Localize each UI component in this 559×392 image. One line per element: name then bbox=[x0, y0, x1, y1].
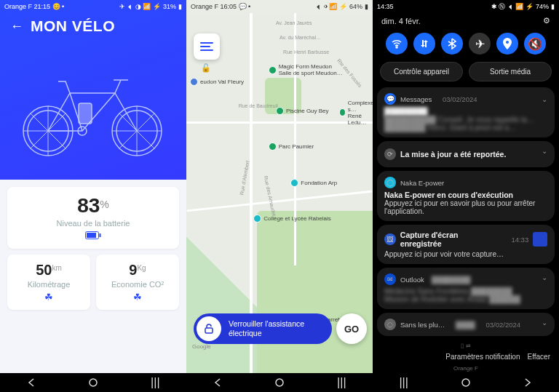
poi-magicform[interactable]: Magic Form Meudon Salle de sport Meudon… bbox=[269, 63, 343, 76]
battery-pct: 31% bbox=[163, 3, 176, 10]
nav-back[interactable] bbox=[210, 377, 225, 388]
data-toggle[interactable] bbox=[413, 33, 435, 55]
clear-button[interactable]: Effacer bbox=[528, 353, 551, 361]
leaf-icon: ☘ bbox=[103, 292, 172, 303]
poi-paumier[interactable]: Parc Paumier bbox=[269, 143, 314, 151]
go-button[interactable]: GO bbox=[336, 313, 367, 344]
unlock-icon bbox=[197, 316, 221, 341]
mute-toggle[interactable]: 🔇 bbox=[524, 33, 546, 55]
settings-icon[interactable]: ⚙ bbox=[543, 16, 550, 25]
map-screen: Orange F 16:05 💬 • ⏴ ◑ 📶 ⚡ 64% ▮ Av. Jea… bbox=[186, 0, 373, 392]
sim-icons: ▯ ⇄ bbox=[373, 342, 559, 350]
android-navbar: ||| bbox=[186, 373, 373, 392]
menu-button[interactable] bbox=[194, 33, 220, 60]
battery-icon bbox=[15, 231, 172, 241]
nav-recent[interactable]: ||| bbox=[397, 377, 411, 388]
airplane-toggle[interactable]: ✈ bbox=[469, 33, 491, 55]
poi-college[interactable]: Collège et Lycée Rabelais bbox=[253, 215, 331, 223]
carrier: Orange F bbox=[4, 3, 32, 10]
svg-rect-18 bbox=[205, 328, 213, 333]
battery-label: Niveau de la batterie bbox=[15, 219, 172, 228]
svg-rect-5 bbox=[79, 103, 92, 124]
status-bar: Orange F 16:05 💬 • ⏴ ◑ 📶 ⚡ 64% ▮ bbox=[186, 0, 373, 13]
notification-list: 💬Messages 03/02/2024⌄ ████████ █████████… bbox=[373, 87, 559, 342]
svg-point-17 bbox=[90, 379, 97, 386]
nav-back[interactable] bbox=[520, 377, 535, 388]
nav-back[interactable] bbox=[24, 377, 39, 388]
status-bar: 14:35 ✱ Ⓝ ⏴ 📶 ⚡ 74% ▮ bbox=[373, 0, 559, 13]
bluetooth-toggle[interactable] bbox=[441, 33, 463, 55]
notif-settings-button[interactable]: Paramètres notification bbox=[445, 353, 520, 361]
page-title: MON VÉLO bbox=[31, 17, 115, 35]
notif-naka[interactable]: ◯Naka E-power Naka E-power en cours d'ex… bbox=[377, 171, 555, 221]
status-bar: Orange F 21:15 😊 • ✈ ⏴ ◑ 📶 ⚡ 31% ▮ bbox=[0, 0, 186, 13]
poi-station[interactable]: eudon Val Fleury bbox=[190, 78, 244, 86]
svg-rect-16 bbox=[87, 233, 96, 238]
mileage-card[interactable]: 50km Kilométrage ☘ bbox=[7, 255, 90, 310]
leaf-icon: ☘ bbox=[15, 292, 83, 303]
bike-app-screen: Orange F 21:15 😊 • ✈ ⏴ ◑ 📶 ⚡ 31% ▮ ← MON… bbox=[0, 0, 186, 392]
lock-assist-button[interactable]: Verrouiller l'assistance électrique bbox=[194, 313, 332, 344]
svg-point-21 bbox=[462, 379, 469, 386]
map-canvas[interactable]: Av. Jean Jaurès Av. du Maréchal… Rue Hen… bbox=[186, 13, 373, 373]
nav-home[interactable] bbox=[459, 377, 473, 388]
co2-card[interactable]: 9Kg Economie CO² ☘ bbox=[96, 255, 179, 310]
nav-recent[interactable]: ||| bbox=[334, 377, 349, 388]
notification-shade: 14:35 ✱ Ⓝ ⏴ 📶 ⚡ 74% ▮ dim. 4 févr. ⚙ ✈ 🔇… bbox=[373, 0, 559, 392]
poi-complexe[interactable]: Complexe s… René Ledu… bbox=[339, 100, 373, 126]
notif-screenshot[interactable]: 🖼Capture d'écran enregistrée 14:33 Appuy… bbox=[377, 225, 555, 264]
bike-svg bbox=[13, 58, 173, 160]
location-toggle[interactable] bbox=[496, 33, 518, 55]
battery-value: 83 bbox=[77, 194, 100, 217]
nav-recent[interactable]: ||| bbox=[148, 377, 162, 388]
svg-point-20 bbox=[396, 47, 397, 48]
poi-arp[interactable]: Fondation Arp bbox=[290, 179, 337, 187]
carrier-label: Orange F bbox=[373, 364, 559, 373]
battery-card[interactable]: 83% Niveau de la batterie bbox=[7, 187, 179, 249]
hamburger-icon bbox=[200, 41, 213, 52]
poi-piscine[interactable]: Piscine Guy Bey bbox=[276, 107, 329, 115]
notif-outlook[interactable]: ✉Outlook████████⌄ Médecins Sans Frontièr… bbox=[377, 268, 555, 309]
notif-messages[interactable]: 💬Messages 03/02/2024⌄ ████████ █████████… bbox=[377, 87, 555, 137]
wifi-toggle[interactable] bbox=[386, 33, 408, 55]
media-output-button[interactable]: Sortie média bbox=[469, 62, 552, 81]
google-attribution: Google bbox=[192, 343, 211, 350]
quick-toggles: ✈ 🔇 bbox=[373, 28, 559, 59]
screenshot-thumb bbox=[533, 232, 547, 247]
device-control-button[interactable]: Contrôle appareil bbox=[380, 62, 463, 81]
android-navbar: ||| bbox=[0, 373, 186, 392]
back-icon[interactable]: ← bbox=[10, 19, 23, 34]
status-time: 21:15 bbox=[34, 3, 51, 10]
svg-point-19 bbox=[276, 379, 283, 386]
qs-date: dim. 4 févr. bbox=[381, 17, 421, 25]
nav-home[interactable] bbox=[272, 377, 287, 388]
svg-rect-15 bbox=[100, 233, 101, 237]
unlock-status-icon: 🔓 bbox=[201, 63, 211, 73]
bike-illustration bbox=[0, 38, 186, 180]
notif-update[interactable]: ⟳La mise à jour a été reportée.⌄ bbox=[377, 141, 555, 167]
notif-misc[interactable]: ◌Sans les plu… ████ 03/02/2024⌄ bbox=[377, 313, 555, 336]
android-navbar: ||| bbox=[373, 373, 559, 392]
nav-home[interactable] bbox=[86, 377, 100, 388]
